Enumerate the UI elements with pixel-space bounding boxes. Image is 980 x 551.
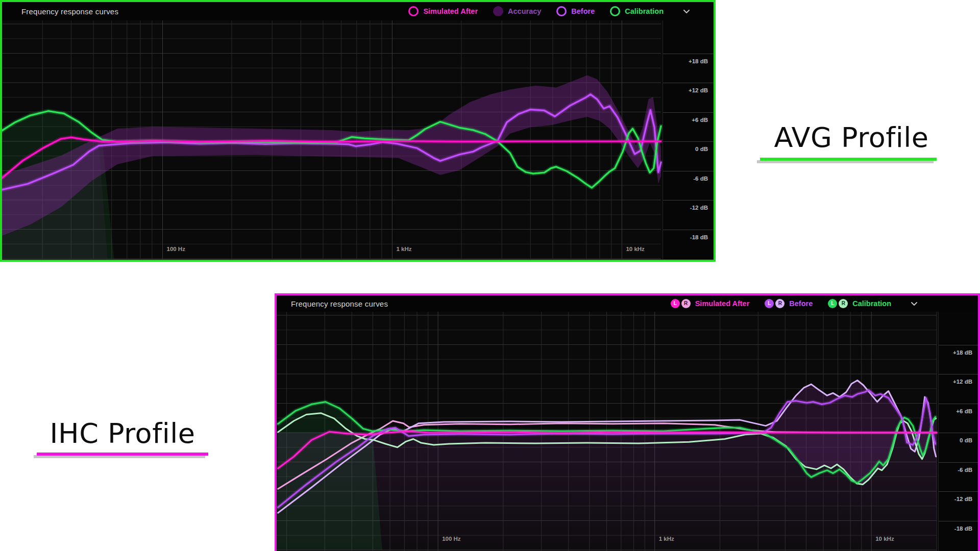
- legend-label: Calibration: [852, 299, 891, 308]
- db-scale-divider: [663, 141, 714, 142]
- db-scale-label: +12 dB: [689, 87, 708, 93]
- frequency-tick-label: 1 kHz: [396, 246, 411, 252]
- avg-profile-label: AVG Profile: [760, 121, 943, 154]
- legend-label: Simulated After: [695, 299, 750, 308]
- db-scale-divider: [939, 521, 978, 521]
- frequency-response-chart: [2, 20, 663, 259]
- legend-lr-badges: LR: [671, 299, 691, 308]
- legend-label: Before: [571, 7, 595, 15]
- db-scale-divider: [939, 462, 978, 463]
- legend-lr-badges: LR: [828, 299, 848, 308]
- frequency-response-chart: [277, 312, 938, 551]
- legend: Simulated AfterAccuracyBeforeCalibration: [408, 6, 690, 16]
- legend-item-simulated-after[interactable]: Simulated After: [408, 6, 478, 16]
- db-scale-label: +12 dB: [953, 379, 972, 385]
- db-scale-label: -12 dB: [690, 205, 708, 211]
- db-scale-label: +18 dB: [689, 58, 708, 64]
- legend-dot-icon: [493, 6, 503, 16]
- legend-lr-badges: LR: [765, 299, 785, 308]
- avg-profile-underline: [760, 158, 937, 161]
- ihc-profile-underline: [37, 453, 208, 456]
- frequency-tick-label: 10 kHz: [626, 246, 644, 252]
- db-scale-label: -6 dB: [958, 467, 972, 473]
- legend-item-calibration[interactable]: Calibration: [610, 6, 664, 16]
- legend-item-accuracy[interactable]: Accuracy: [493, 6, 541, 16]
- right-channel-badge: R: [839, 299, 848, 308]
- db-scale-label: 0 dB: [695, 146, 708, 152]
- db-scale-divider: [663, 171, 714, 171]
- avg-frequency-response-panel: Frequency response curves Simulated Afte…: [0, 0, 716, 262]
- ihc-profile-label: IHC Profile: [31, 417, 214, 449]
- db-scale-label: -18 dB: [690, 234, 708, 240]
- ihc-frequency-response-panel: Frequency response curves LRSimulated Af…: [275, 293, 980, 551]
- legend-label: Simulated After: [423, 7, 478, 15]
- right-channel-badge: R: [681, 299, 691, 308]
- db-scale-divider: [939, 374, 978, 374]
- legend-ring-icon: [556, 6, 567, 16]
- db-scale-divider: [663, 54, 714, 54]
- db-scale-divider: [939, 491, 978, 492]
- frequency-tick-label: 1 kHz: [659, 536, 674, 542]
- chevron-down-icon[interactable]: [683, 9, 690, 14]
- db-scale-divider: [939, 345, 978, 345]
- legend-ring-icon: [610, 6, 620, 16]
- panel-header: Frequency response curves Simulated Afte…: [2, 2, 714, 20]
- db-scale-label: -12 dB: [954, 496, 972, 502]
- legend: LRSimulated AfterLRBeforeLRCalibration: [671, 299, 918, 308]
- db-scale-divider: [663, 83, 714, 83]
- legend-item-calibration[interactable]: LRCalibration: [828, 299, 891, 308]
- db-scale-label: +6 dB: [692, 117, 708, 123]
- legend-item-before[interactable]: LRBefore: [765, 299, 813, 308]
- panel-title: Frequency response curves: [21, 7, 118, 16]
- db-scale-divider: [663, 230, 714, 230]
- frequency-tick-label: 100 Hz: [166, 246, 185, 252]
- db-scale-label: +18 dB: [953, 349, 972, 356]
- db-scale-label: 0 dB: [960, 437, 972, 443]
- legend-label: Accuracy: [508, 7, 541, 15]
- legend-item-before[interactable]: Before: [556, 6, 595, 16]
- db-scale-divider: [663, 112, 714, 113]
- panel-header: Frequency response curves LRSimulated Af…: [277, 295, 978, 312]
- left-channel-badge: L: [671, 299, 680, 308]
- frequency-tick-label: 100 Hz: [442, 536, 460, 542]
- left-channel-badge: L: [765, 299, 774, 308]
- legend-label: Before: [789, 299, 813, 308]
- db-scale-label: -18 dB: [954, 525, 972, 532]
- frequency-tick-label: 10 kHz: [875, 536, 894, 542]
- legend-label: Calibration: [625, 7, 664, 15]
- right-channel-badge: R: [775, 299, 785, 308]
- db-scale-column: +18 dB+12 dB+6 dB0 dB-6 dB-12 dB-18 dB: [938, 312, 978, 551]
- db-scale-column: +18 dB+12 dB+6 dB0 dB-6 dB-12 dB-18 dB: [663, 20, 714, 259]
- chevron-down-icon[interactable]: [911, 302, 918, 306]
- legend-ring-icon: [408, 6, 419, 16]
- db-scale-divider: [939, 433, 978, 433]
- left-channel-badge: L: [828, 299, 837, 308]
- legend-item-simulated-after[interactable]: LRSimulated After: [671, 299, 750, 308]
- db-scale-label: -6 dB: [693, 176, 708, 182]
- db-scale-divider: [939, 404, 978, 404]
- db-scale-divider: [663, 200, 714, 201]
- db-scale-label: +6 dB: [956, 408, 972, 414]
- panel-title: Frequency response curves: [291, 299, 388, 308]
